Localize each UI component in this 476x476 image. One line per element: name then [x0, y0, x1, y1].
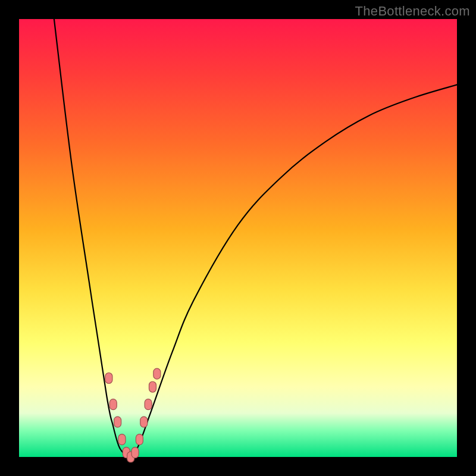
- marker-point: [145, 399, 152, 410]
- chart-svg: [19, 19, 457, 457]
- chart-plot-area: [19, 19, 457, 457]
- marker-point: [118, 434, 126, 445]
- marker-point: [154, 368, 161, 379]
- curve-right-branch: [129, 84, 457, 457]
- marker-point: [136, 434, 143, 445]
- watermark-text: TheBottleneck.com: [355, 4, 470, 19]
- marker-point: [149, 381, 156, 392]
- marker-point: [109, 399, 117, 410]
- marker-point: [114, 416, 121, 427]
- marker-point: [131, 447, 139, 458]
- marker-point: [105, 373, 112, 384]
- marker-point: [140, 416, 148, 427]
- marker-group: [105, 368, 161, 462]
- curve-left-branch: [54, 19, 129, 457]
